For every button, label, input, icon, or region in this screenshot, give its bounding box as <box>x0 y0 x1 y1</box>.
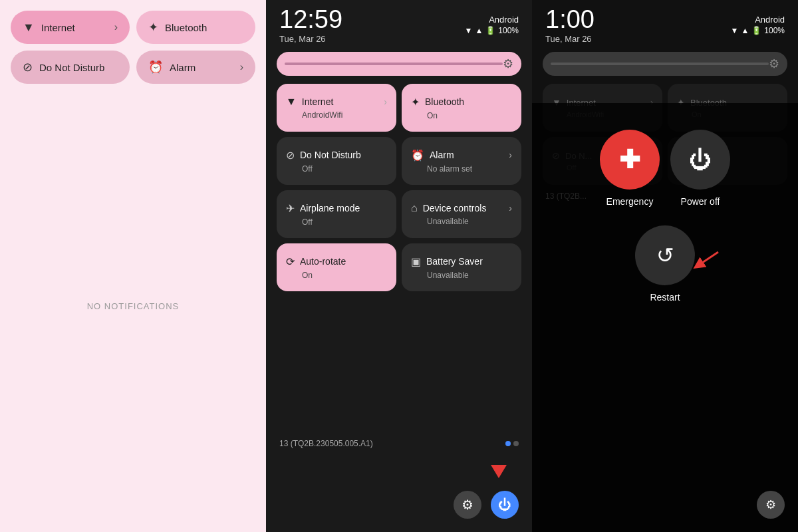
bluetooth-label: Bluetooth <box>165 22 243 33</box>
dnd-icon-dark: ⊘ <box>286 149 295 162</box>
settings-icon-2: ⚙ <box>462 497 473 513</box>
alarm-icon: ⏰ <box>148 60 163 74</box>
airplane-tile-row: ✈ Airplane mode <box>286 202 387 215</box>
svg-line-2 <box>698 252 718 265</box>
bottom-settings-3: ⚙ <box>757 491 785 519</box>
power-menu-overlay: ✚ Emergency ⏻ Power off ↺ <box>532 103 798 532</box>
qs-tile-bluetooth-dark[interactable]: ✦ Bluetooth On <box>402 84 521 132</box>
red-arrow-restart-icon <box>688 245 722 279</box>
autorotate-sub-dark: On <box>286 271 387 280</box>
power-icon-2: ⏻ <box>498 497 511 513</box>
brightness-slider-3[interactable]: ⚙ <box>543 52 787 76</box>
signal-icon-3: ▼ <box>731 26 739 35</box>
internet-arrow-icon: › <box>114 21 118 33</box>
alarm-icon-dark: ⏰ <box>411 149 424 162</box>
alarm-label: Alarm <box>170 62 233 73</box>
build-bar-2: 13 (TQ2B.230505.005.A1) <box>266 432 532 455</box>
status-right-2: Android ▼ ▲ 🔋 100% <box>465 15 519 35</box>
poweroff-icon: ⏻ <box>689 147 712 173</box>
power-menu-grid: ✚ Emergency ⏻ Power off <box>600 130 730 207</box>
devicecontrols-arrow-dark: › <box>509 203 512 213</box>
panel-2-quick-settings-dark: 12:59 Tue, Mar 26 Android ▼ ▲ 🔋 100% ⚙ ▼… <box>266 0 532 532</box>
qs-tile-bluetooth-light[interactable]: ✦ Bluetooth <box>136 11 255 44</box>
autorotate-label-dark: Auto-rotate <box>300 256 346 267</box>
devicecontrols-tile-row: ⌂ Device controls › <box>411 202 512 214</box>
bluetooth-tile-row: ✦ Bluetooth <box>411 96 512 108</box>
emergency-icon: ✚ <box>619 145 640 174</box>
build-text-2: 13 (TQ2B.230505.005.A1) <box>279 439 373 448</box>
dnd-tile-row: ⊘ Do Not Disturb <box>286 149 387 162</box>
internet-tile-row: ▼ Internet › <box>286 96 387 108</box>
autorotate-icon-dark: ⟳ <box>286 255 295 268</box>
brightness-track-2 <box>285 63 503 65</box>
status-right-3: Android ▼ ▲ 🔋 100% <box>731 15 785 35</box>
qs-tile-alarm-light[interactable]: ⏰ Alarm › <box>136 51 255 84</box>
devicecontrols-icon-dark: ⌂ <box>411 202 418 214</box>
settings-button-3[interactable]: ⚙ <box>757 491 785 519</box>
qs-tile-alarm-dark[interactable]: ⏰ Alarm › No alarm set <box>402 137 521 185</box>
internet-sub-dark: AndroidWifi <box>286 110 387 120</box>
brightness-slider-2[interactable]: ⚙ <box>277 52 521 76</box>
dnd-label: Do Not Disturb <box>39 62 118 73</box>
qs-tile-airplane-dark[interactable]: ✈ Airplane mode Off <box>277 190 396 238</box>
devicecontrols-label-dark: Device controls <box>423 203 487 213</box>
status-icons-2: ▼ ▲ 🔋 100% <box>465 26 519 35</box>
qs-tile-internet-dark[interactable]: ▼ Internet › AndroidWifi <box>277 84 396 132</box>
date-3: Tue, Mar 26 <box>545 34 595 44</box>
battery-icon-2: 🔋 <box>485 26 495 35</box>
panel-3-power-menu: 1:00 Tue, Mar 26 Android ▼ ▲ 🔋 100% ⚙ ▼ … <box>532 0 798 532</box>
batterysaver-label-dark: Battery Saver <box>426 256 483 267</box>
qs-tile-internet-light[interactable]: ▼ Internet › <box>11 11 130 44</box>
qs-grid-light: ▼ Internet › ✦ Bluetooth ⊘ Do Not Distur… <box>11 11 255 84</box>
qs-tile-dnd-dark[interactable]: ⊘ Do Not Disturb Off <box>277 137 396 185</box>
date-2: Tue, Mar 26 <box>279 34 342 44</box>
brightness-icon-2: ⚙ <box>503 57 513 71</box>
poweroff-circle: ⏻ <box>670 130 730 190</box>
settings-button-2[interactable]: ⚙ <box>454 491 481 519</box>
airplane-icon-dark: ✈ <box>286 202 295 215</box>
power-button-2[interactable]: ⏻ <box>491 491 519 519</box>
emergency-button[interactable]: ✚ Emergency <box>600 130 660 207</box>
time-3: 1:00 <box>545 5 595 34</box>
batterysaver-icon-dark: ▣ <box>411 255 421 268</box>
qs-tile-dnd-light[interactable]: ⊘ Do Not Disturb <box>11 51 130 84</box>
status-bar-3: 1:00 Tue, Mar 26 Android ▼ ▲ 🔋 100% <box>532 0 798 47</box>
brand-2: Android <box>489 15 519 25</box>
airplane-sub-dark: Off <box>286 217 387 227</box>
alarm-arrow-icon: › <box>240 61 243 73</box>
alarm-sub-dark: No alarm set <box>411 164 512 174</box>
qs-tile-batterysaver-dark[interactable]: ▣ Battery Saver Unavailable <box>402 243 521 291</box>
dnd-icon: ⊘ <box>23 60 33 74</box>
internet-label: Internet <box>41 22 108 33</box>
poweroff-label: Power off <box>681 196 720 207</box>
status-icons-3: ▼ ▲ 🔋 100% <box>731 26 785 35</box>
bluetooth-sub-dark: On <box>411 111 512 120</box>
qs-grid-dark-2: ▼ Internet › AndroidWifi ✦ Bluetooth On … <box>266 84 532 291</box>
battery-pct-2: 100% <box>498 26 519 35</box>
dots-2 <box>505 441 519 446</box>
poweroff-button[interactable]: ⏻ Power off <box>670 130 730 207</box>
alarm-arrow-dark: › <box>509 150 512 160</box>
bluetooth-icon-dark: ✦ <box>411 96 420 108</box>
brightness-track-3 <box>551 63 769 65</box>
batterysaver-sub-dark: Unavailable <box>411 271 512 280</box>
status-bar-2: 12:59 Tue, Mar 26 Android ▼ ▲ 🔋 100% <box>266 0 532 47</box>
wifi-icon-3: ▲ <box>741 26 749 35</box>
brightness-icon-3: ⚙ <box>769 57 779 71</box>
restart-icon: ↺ <box>656 243 674 268</box>
qs-tile-devicecontrols-dark[interactable]: ⌂ Device controls › Unavailable <box>402 190 521 238</box>
restart-button[interactable]: ↺ Restart <box>635 225 695 303</box>
qs-tile-autorotate-dark[interactable]: ⟳ Auto-rotate On <box>277 243 396 291</box>
wifi-status-icon-2: ▲ <box>475 26 483 35</box>
signal-icon-2: ▼ <box>465 26 473 35</box>
internet-arrow-dark: › <box>384 96 387 107</box>
bluetooth-label-dark: Bluetooth <box>425 96 464 107</box>
brand-3: Android <box>755 15 785 25</box>
dnd-sub-dark: Off <box>286 164 387 174</box>
battery-pct-3: 100% <box>764 26 785 35</box>
settings-icon-3: ⚙ <box>765 497 776 512</box>
restart-label: Restart <box>650 292 680 303</box>
time-display-3: 1:00 Tue, Mar 26 <box>545 5 595 44</box>
time-display-2: 12:59 Tue, Mar 26 <box>279 5 342 44</box>
bluetooth-icon: ✦ <box>148 20 158 35</box>
